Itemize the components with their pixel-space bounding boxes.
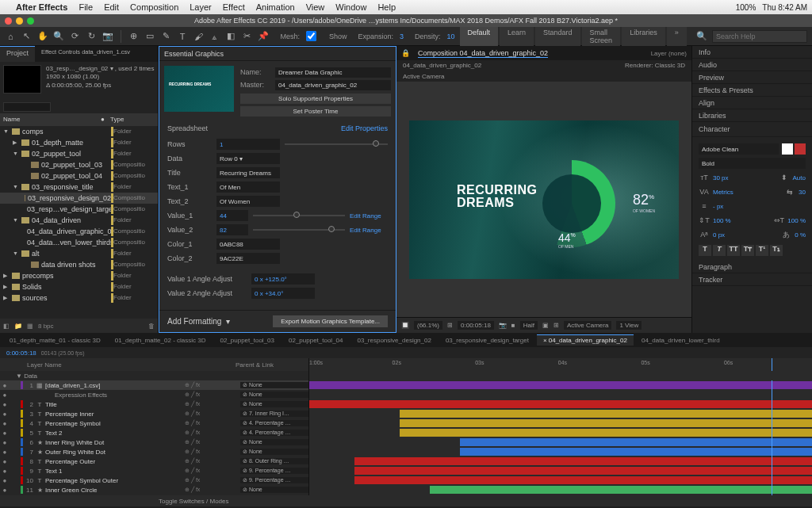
project-item[interactable]: ▼04_data_drivenFolder (0, 215, 158, 226)
density-value[interactable]: 10 (447, 32, 455, 40)
eg-edit-properties-link[interactable]: Edit Properties (341, 124, 388, 132)
eg-rows-slider[interactable] (285, 143, 388, 145)
new-comp-icon[interactable]: ▦ (27, 323, 33, 330)
eg-rows-value[interactable]: 1 (216, 139, 280, 150)
parent-link-header[interactable]: Parent & Link (236, 361, 304, 369)
project-item[interactable]: data driven shotsCompositio (0, 259, 158, 270)
timeline-timecode[interactable]: 0:00:05:18 (6, 349, 36, 357)
eg-poster-button[interactable]: Set Poster Time (240, 106, 391, 116)
font-family-select[interactable]: Adobe Clean (699, 143, 779, 155)
tsume-input[interactable]: 0 % (795, 231, 806, 239)
stamp-tool-icon[interactable]: ⟁ (209, 30, 220, 43)
stroke-color-swatch[interactable] (795, 143, 806, 155)
col-name[interactable]: Name (3, 116, 101, 123)
camera-dropdown[interactable]: Active Camera (564, 321, 611, 330)
project-item[interactable]: ▼altFolder (0, 248, 158, 259)
home-icon[interactable]: ⌂ (5, 30, 16, 43)
font-size-input[interactable]: 30 px (713, 174, 729, 181)
workspace-small-screen[interactable]: Small Screen (582, 26, 621, 47)
menu-view[interactable]: View (306, 2, 325, 12)
tab-effect-controls[interactable]: Effect Controls data_driven_1.csv (35, 46, 136, 62)
timeline-tab[interactable]: 03_responsive_design_02 (351, 335, 438, 346)
views-dropdown[interactable]: 1 View (616, 321, 642, 330)
menu-layer[interactable]: Layer (190, 2, 212, 12)
eg-panel-title[interactable]: Essential Graphics (159, 47, 396, 61)
project-item[interactable]: 02_puppet_tool_04Compositio (0, 170, 158, 181)
timeline-tab[interactable]: × 04_data_driven_graphic_02 (537, 334, 634, 346)
eg-value2-input[interactable]: 82 (216, 224, 248, 235)
puppet-tool-icon[interactable]: 📌 (258, 30, 269, 43)
menu-window[interactable]: Window (335, 2, 366, 12)
vscale-input[interactable]: 100 % (713, 217, 731, 224)
interpret-icon[interactable]: ◧ (3, 323, 10, 330)
fill-color-swatch[interactable] (782, 143, 793, 155)
font-style-select[interactable]: Bold (699, 158, 806, 169)
eg-color2-input[interactable]: 9AC22E (216, 253, 280, 264)
workspace-libraries[interactable]: Libraries (622, 26, 665, 47)
region-icon[interactable]: ▣ (542, 322, 549, 329)
zoom-tool-icon[interactable]: 🔍 (53, 30, 64, 43)
resolution-icon[interactable]: ⊞ (447, 322, 453, 329)
panel-align[interactable]: Align (692, 97, 812, 109)
workspace-standard[interactable]: Standard (535, 26, 580, 47)
eg-solo-button[interactable]: Solo Supported Properties (240, 94, 391, 104)
project-search-input[interactable] (3, 102, 51, 112)
subscript-button[interactable]: T₁ (770, 245, 783, 256)
orbit-tool-icon[interactable]: ⟳ (70, 30, 81, 43)
rotate-tool-icon[interactable]: ↻ (86, 30, 97, 43)
search-help-input[interactable] (712, 30, 807, 43)
menu-composition[interactable]: Composition (130, 2, 178, 12)
toggle-switches-modes[interactable]: Toggle Switches / Modes (159, 498, 229, 505)
timeline-layer[interactable]: ●2TTitle⊕ ╱ fx⊘ None (0, 399, 812, 409)
resolution-dropdown[interactable]: Half (520, 321, 538, 330)
selection-tool-icon[interactable]: ↖ (21, 30, 32, 43)
timeline-layer[interactable]: ●8TPercentage Outer⊕ ╱ fx⊘ 8. Outer Ring… (0, 456, 812, 466)
mesh-show-checkbox[interactable] (306, 31, 316, 41)
menu-effect[interactable]: Effect (223, 2, 245, 12)
timeline-layer[interactable]: ●3TPercentage Inner⊕ ╱ fx⊘ 7. Inner Ring… (0, 409, 812, 418)
col-label[interactable]: ● (101, 116, 110, 123)
menu-edit[interactable]: Edit (104, 2, 119, 12)
viewer-comp-breadcrumb[interactable]: 04_data_driven_graphic_02 (403, 62, 481, 70)
project-item[interactable]: 04_data_driven_graphic_02Compositio (0, 226, 158, 237)
data-section-header[interactable]: ▼ Data (0, 372, 37, 380)
snapshot-icon[interactable]: 📷 (499, 322, 507, 329)
minimize-icon[interactable] (16, 17, 23, 25)
timeline-tab[interactable]: 04_data_driven_lower_third (635, 335, 726, 346)
project-item[interactable]: ▼compsFolder (0, 126, 158, 137)
panel-effects-presets[interactable]: Effects & Presets (692, 84, 812, 97)
eg-color1-input[interactable]: 0ABC88 (216, 239, 280, 250)
eg-value2-edit-range[interactable]: Edit Range (350, 227, 388, 234)
eg-data-select[interactable]: Row 0 ▾ (216, 153, 280, 164)
eg-angle2-input[interactable]: 0 x +34.0° (251, 288, 315, 299)
hand-tool-icon[interactable]: ✋ (37, 30, 48, 43)
eg-text1-input[interactable]: Of Men (216, 181, 280, 193)
roto-tool-icon[interactable]: ✂ (242, 30, 253, 43)
viewer-comp-tab[interactable]: Composition 04_data_driven_graphic_02 (418, 49, 548, 58)
layer-name-header[interactable]: Layer Name (27, 361, 62, 369)
eg-value1-input[interactable]: 44 (216, 210, 248, 221)
project-item[interactable]: 04_data…ven_lower_thirdsCompositio (0, 237, 158, 248)
project-item[interactable]: ▶precompsFolder (0, 270, 158, 281)
eraser-tool-icon[interactable]: ◧ (225, 30, 236, 43)
timeline-layer[interactable]: ●6★Inner Ring White Dot⊕ ╱ fx⊘ None (0, 437, 812, 447)
eg-value1-edit-range[interactable]: Edit Range (350, 212, 388, 220)
project-item[interactable]: 03_responsive_design_02Compositio (0, 193, 158, 204)
timeline-tab[interactable]: 01_depth_matte_01 - classic 3D (3, 335, 107, 346)
close-icon[interactable] (5, 17, 12, 25)
timeline-layer[interactable]: ●11★Inner Green Circle⊕ ╱ fx⊘ None (0, 485, 812, 495)
project-item[interactable]: ▼02_puppet_toolFolder (0, 148, 158, 159)
panel-info[interactable]: Info (692, 46, 812, 59)
project-item[interactable]: 02_puppet_tool_03Compositio (0, 159, 158, 170)
panel-audio[interactable]: Audio (692, 59, 812, 71)
lock-icon[interactable]: 🔒 (401, 49, 410, 57)
timeline-layer[interactable]: ●10TPercentage Symbol Outer⊕ ╱ fx⊘ 9. Pe… (0, 476, 812, 485)
anchor-tool-icon[interactable]: ⊕ (128, 30, 140, 43)
trash-icon[interactable]: 🗑 (148, 323, 155, 330)
eg-text2-input[interactable]: Of Women (216, 196, 280, 207)
faux-bold-button[interactable]: T (699, 245, 711, 256)
traffic-lights[interactable] (5, 17, 34, 25)
renderer-value[interactable]: Classic 3D (655, 62, 685, 69)
brush-tool-icon[interactable]: 🖌 (193, 30, 204, 43)
eg-export-template-button[interactable]: Export Motion Graphics Template... (273, 315, 388, 327)
